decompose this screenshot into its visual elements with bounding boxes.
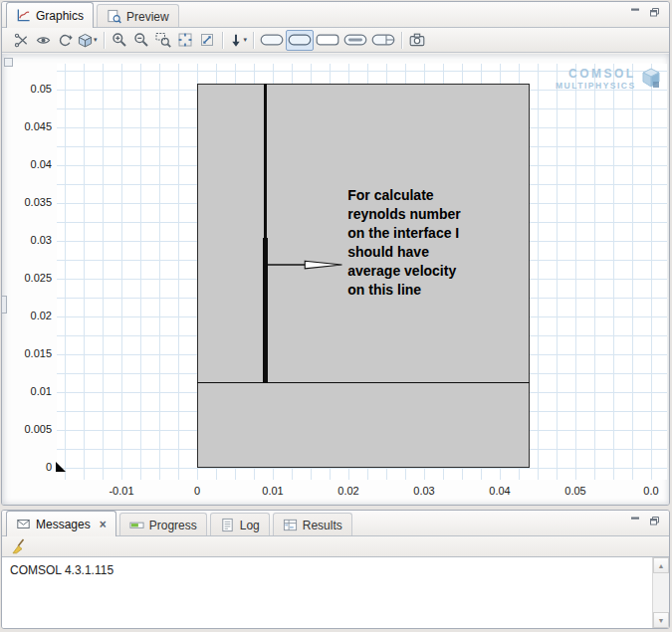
refresh-icon [58,33,73,48]
pill-plain-icon [316,33,339,47]
minimize-icon [630,516,641,527]
up-arrow-icon: ▲ [658,562,665,569]
x-tick-label: 0 [194,485,200,497]
graphics-toolbar: ▾ ▾ [2,28,669,53]
scroll-down-button[interactable]: ▼ [653,612,669,628]
tab-graphics-label: Graphics [36,9,84,23]
tab-messages[interactable]: Messages × [6,511,116,536]
y-tick-label: 0.025 [2,272,52,284]
axis-origin-marker [56,462,66,472]
tab-messages-label: Messages [36,518,91,531]
tab-progress-label: Progress [149,519,197,532]
restore-icon [649,516,660,527]
zoom-extents-icon [177,32,193,48]
tab-log[interactable]: Log [210,513,270,536]
select-mode-button[interactable]: ▾ [76,30,100,51]
x-tick-label: 0.05 [564,485,585,497]
y-tick-label: 0.03 [2,234,52,246]
graphics-panel: Graphics Preview ▾ ▾ [1,1,670,506]
camera-icon [409,32,425,48]
comsol-logo-text: COMSOL MULTIPHYSICS [556,67,636,91]
y-tick-label: 0.015 [2,347,52,359]
tab-progress[interactable]: Progress [119,513,207,536]
chevron-down-icon: ▾ [94,36,98,44]
messages-content: COMSOL 4.3.1.115 ▲ ▼ [2,556,669,628]
cube-icon [78,33,93,48]
view-toggle-button-4[interactable] [341,30,369,51]
restore-icon [649,7,660,18]
zoom-in-icon [112,32,127,48]
plot-icon [16,8,31,23]
graphics-window-buttons [628,2,669,19]
tab-preview[interactable]: Preview [97,4,179,28]
view-toggle-button-3[interactable] [314,30,341,51]
geometry-line[interactable] [197,382,530,383]
toolbar-separator [104,32,105,49]
tab-results[interactable]: Results [273,513,352,536]
zoom-in-button[interactable] [109,30,130,51]
geometry-line[interactable] [263,238,268,383]
maximize-button[interactable] [647,6,661,19]
down-arrow-icon [229,33,243,48]
pill-outline-icon [260,33,284,47]
x-tick-label: 0.03 [413,485,434,497]
y-tick-label: 0.05 [2,83,52,95]
graphics-tabbar: Graphics Preview [2,2,669,28]
y-tick-label: 0.045 [2,120,52,132]
comsol-logo-line1: COMSOL [556,67,636,81]
clear-button[interactable] [8,536,30,557]
tab-graphics[interactable]: Graphics [6,2,94,28]
snapshot-button[interactable] [406,30,428,51]
comsol-logo-line2: MULTIPHYSICS [556,81,636,91]
preview-icon [107,9,121,24]
toolbar-separator [401,32,402,49]
x-tick-label: 0.0 [643,485,658,497]
view-toggle-button-2[interactable] [286,30,314,51]
y-tick-label: 0 [2,461,52,473]
zoom-out-button[interactable] [130,30,152,51]
x-tick-label: 0.04 [489,485,510,497]
results-icon [283,518,298,532]
progress-icon [129,518,144,532]
zoom-box-button[interactable] [152,30,174,51]
canvas-handle-icon[interactable] [4,58,13,67]
messages-window-buttons [628,511,669,527]
y-tick-label: 0.04 [2,158,52,170]
toolbar-separator [222,32,223,49]
zoom-selected-button[interactable] [196,30,218,51]
plot-canvas[interactable]: COMSOL MULTIPHYSICS -0.0100.010.020.030.… [2,54,669,505]
visibility-button[interactable] [32,30,54,51]
eye-icon [36,33,51,48]
x-tick-label: 0.01 [262,485,283,497]
view-toggle-button-5[interactable] [369,30,397,51]
messages-panel: Messages × Progress Log Results COMSOL 4… [1,510,670,629]
annotation-text: For calculatereynolds numberon the inter… [347,186,461,300]
zoom-selected-icon [199,32,215,48]
down-arrow-icon: ▼ [658,617,665,624]
envelope-icon [16,518,31,530]
zoom-box-icon [155,32,171,48]
scissors-button[interactable] [10,30,32,51]
x-tick-label: 0.02 [337,485,358,497]
view-toggle-button-1[interactable] [258,30,286,51]
zoom-extents-button[interactable] [174,30,196,51]
refresh-button[interactable] [54,30,76,51]
y-tick-label: 0.035 [2,196,52,208]
broom-icon [11,538,27,554]
close-messages-button[interactable]: × [100,518,107,531]
orientation-button[interactable]: ▾ [227,30,250,51]
x-tick-label: -0.01 [109,485,133,497]
pill-divided-icon [371,33,395,47]
tab-log-label: Log [240,519,260,532]
minimize-button[interactable] [628,515,642,527]
messages-toolbar [2,536,669,556]
scroll-up-button[interactable]: ▲ [653,557,669,573]
comsol-logo: COMSOL MULTIPHYSICS [556,67,662,91]
messages-scrollbar[interactable]: ▲ ▼ [652,557,669,628]
maximize-button[interactable] [647,515,661,527]
tab-results-label: Results [303,519,342,532]
toolbar-separator [253,32,254,49]
minimize-button[interactable] [628,6,642,19]
geometry-line[interactable] [264,84,267,238]
y-tick-label: 0.02 [2,310,52,321]
